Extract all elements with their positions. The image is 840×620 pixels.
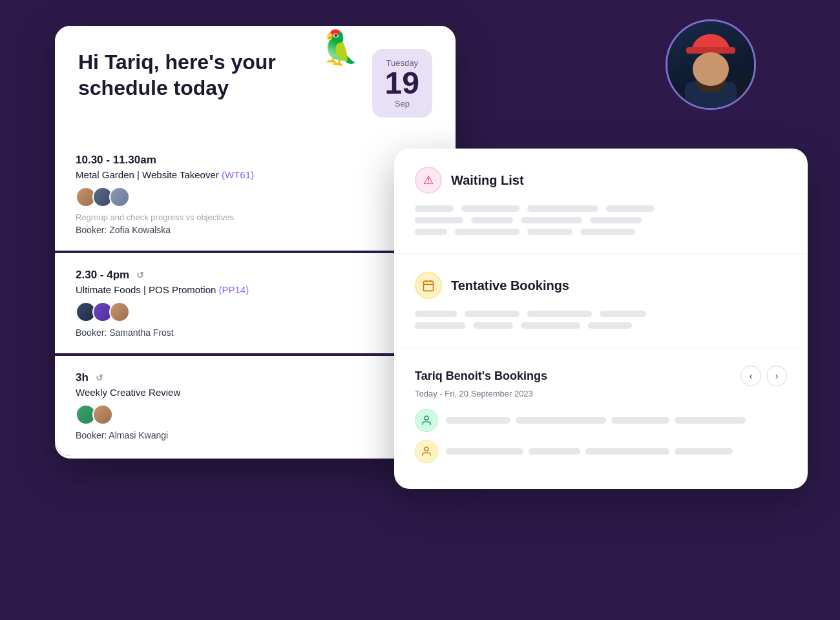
next-arrow-button[interactable]: ›	[766, 366, 787, 386]
profile-avatar	[666, 19, 756, 110]
schedule-header: Hi Tariq, here's your schedule today 🦜 T…	[55, 26, 456, 136]
skeleton-bar	[415, 322, 465, 329]
svg-rect-0	[424, 281, 434, 291]
item-title: Weekly Creative Review	[76, 387, 435, 398]
waiting-list-header: ⚠ Waiting List	[415, 167, 787, 194]
item-booker: Booker: Zofia Kowalska	[76, 225, 435, 235]
day-number: 19	[385, 68, 419, 99]
skeleton-row	[415, 311, 787, 317]
tentative-bookings-section: Tentative Bookings	[394, 254, 808, 347]
skeleton-bar	[527, 311, 592, 317]
bookings-header: Tariq Benoit's Bookings ‹ ›	[415, 366, 787, 386]
skeleton-bar	[588, 322, 632, 329]
skeleton-bar	[516, 417, 606, 424]
skeleton-bar	[473, 322, 513, 329]
booking-row	[415, 409, 787, 432]
month-name: Sep	[385, 99, 419, 108]
greeting-text: Hi Tariq, here's your schedule today	[78, 49, 298, 101]
item-time: 2.30 - 4pm ↺	[76, 269, 435, 282]
skeleton-bar	[455, 229, 520, 235]
navigation-arrows: ‹ ›	[740, 366, 787, 386]
item-time: 3h ↺	[76, 371, 435, 384]
skeleton-bar	[415, 311, 457, 317]
booking-row	[415, 440, 787, 463]
skeleton-bar	[446, 448, 523, 455]
item-booker: Booker: Samantha Frost	[76, 327, 435, 338]
skeleton-bar	[446, 417, 510, 424]
svg-point-4	[425, 416, 428, 420]
skeleton-bar	[585, 448, 669, 455]
bookings-date-range: Today - Fri, 20 September 2023	[415, 389, 787, 398]
avatar	[109, 302, 130, 322]
booking-bars	[446, 448, 787, 455]
skeleton-row	[415, 322, 787, 329]
app-scene: Hi Tariq, here's your schedule today 🦜 T…	[0, 0, 840, 620]
tariq-bookings-section: Tariq Benoit's Bookings ‹ › Today - Fri,…	[394, 347, 808, 489]
avatars-group	[76, 404, 435, 425]
skeleton-bar	[415, 229, 447, 235]
waiting-list-title: Waiting List	[451, 173, 524, 188]
item-time: 10.30 - 11.30am	[76, 154, 435, 167]
tentative-bookings-title: Tentative Bookings	[451, 278, 569, 293]
item-note: Regroup and check progress vs objectives	[76, 212, 435, 222]
avatar	[109, 187, 130, 207]
item-booker: Booker: Almasi Kwangi	[76, 430, 435, 440]
tentative-bookings-icon	[415, 272, 442, 299]
skeleton-row	[415, 205, 787, 212]
skeleton-row	[415, 217, 787, 223]
bookings-section-title: Tariq Benoit's Bookings	[415, 369, 547, 383]
skeleton-bar	[606, 205, 655, 212]
person-icon-yellow	[415, 440, 438, 463]
waiting-list-skeleton	[415, 205, 787, 235]
avatars-group	[76, 302, 435, 322]
skeleton-bar	[675, 448, 733, 455]
skeleton-bar	[415, 205, 454, 212]
skeleton-bar	[461, 205, 520, 212]
waiting-list-icon: ⚠	[415, 167, 442, 194]
skeleton-bar	[527, 229, 572, 235]
recurring-icon: ↺	[94, 372, 105, 384]
avatar	[92, 404, 113, 425]
skeleton-bar	[415, 217, 463, 223]
skeleton-row	[415, 229, 787, 235]
booking-bars	[446, 417, 787, 424]
date-badge: Tuesday 19 Sep	[372, 49, 432, 118]
prev-arrow-button[interactable]: ‹	[740, 366, 761, 386]
recurring-icon: ↺	[134, 269, 146, 281]
skeleton-bar	[675, 417, 746, 424]
skeleton-bar	[521, 217, 582, 223]
skeleton-bar	[580, 229, 635, 235]
skeleton-bar	[600, 311, 646, 317]
item-title: Ultimate Foods | POS Promotion (PP14)	[76, 284, 435, 295]
skeleton-bar	[521, 322, 580, 329]
skeleton-bar	[611, 417, 669, 424]
right-panel-card: ⚠ Waiting List	[394, 149, 808, 489]
waiting-list-section: ⚠ Waiting List	[394, 149, 808, 254]
skeleton-bar	[527, 205, 598, 212]
item-title: Metal Garden | Website Takeover (WT61)	[76, 169, 435, 180]
skeleton-bar	[471, 217, 513, 223]
hummingbird-decoration: 🦜	[317, 26, 363, 70]
skeleton-bar	[465, 311, 520, 317]
avatars-group	[76, 187, 435, 207]
svg-point-5	[425, 447, 428, 451]
tentative-bookings-header: Tentative Bookings	[415, 272, 787, 299]
person-icon-green	[415, 409, 438, 432]
tentative-bookings-skeleton	[415, 311, 787, 329]
skeleton-bar	[590, 217, 642, 223]
skeleton-bar	[529, 448, 580, 455]
